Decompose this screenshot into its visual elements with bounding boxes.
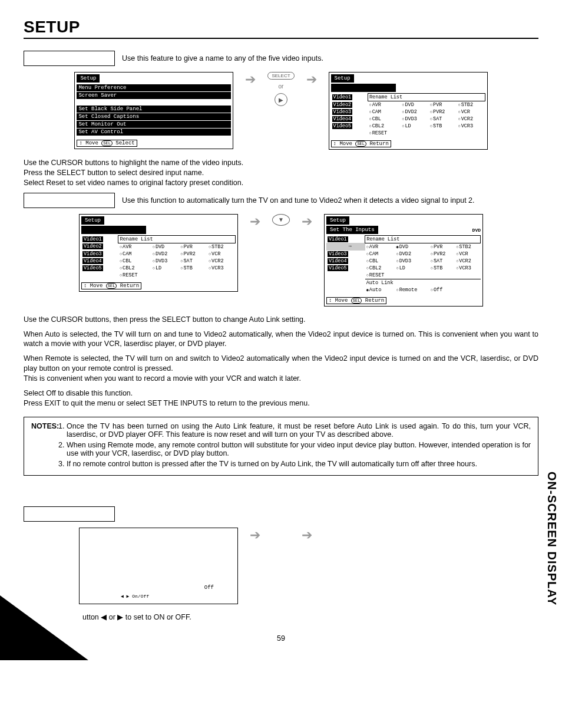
arrow-right-icon: ➔ (302, 214, 312, 229)
arrow-connector-2b: ➔ (302, 214, 312, 229)
cursor-down-hint: ▼ (272, 214, 290, 226)
arrow-connector-2: ➔ (250, 214, 260, 229)
select-or-right: SELECT or ▶ (267, 72, 294, 106)
arrow-right-icon: ➔ (250, 214, 260, 229)
feature-desc-3 (115, 506, 538, 522)
notes-label: NOTES: (31, 422, 59, 430)
paragraph-partial: utton ◀ or ▶ to set to ON or OFF. (82, 612, 538, 622)
left-right-icon: ◀ ▶ (121, 594, 129, 599)
osd-set-inputs: Setup Set The Inputs DVD Video1Rename Li… (324, 214, 483, 307)
arrow-connector-1: ➔ (245, 72, 256, 87)
feature-label-2 (24, 193, 115, 208)
paragraph: When Auto is selected, the TV will turn … (24, 330, 538, 350)
note-item: When using Remote mode, any remote contr… (67, 441, 531, 457)
note-item: Once the TV has been turned on using the… (67, 422, 531, 439)
note-item: If no remote control button is pressed a… (67, 460, 531, 468)
osd-setup-menu: Setup Menu Preference Screen Saver Set B… (74, 72, 233, 149)
page-number: 59 (24, 634, 538, 643)
paragraph: Use the CURSOR buttons, then press the S… (24, 315, 538, 325)
section-sidebar-label: ON-SCREEN DISPLAY (545, 472, 558, 605)
page-title: SETUP (24, 18, 80, 36)
notes-box: NOTES: Once the TV has been turned on us… (24, 417, 538, 476)
paragraph: Select Off to disable this function. (24, 388, 538, 398)
arrow-connector-1b: ➔ (306, 72, 317, 87)
paragraph: Use the CURSOR buttons to highlight the … (24, 158, 538, 168)
osd-onoff: Off ◀ ▶ On/Off (79, 528, 238, 604)
feature-label-3 (24, 506, 115, 522)
paragraph: When Remote is selected, the TV will tur… (24, 354, 538, 374)
arrow-connector-3: ➔ (250, 528, 260, 543)
arrow-right-icon: ➔ (306, 72, 317, 87)
corner-decoration (0, 595, 88, 660)
cursor-right-button-icon: ▶ (275, 93, 287, 106)
paragraph: Press EXIT to quit the menu or select SE… (24, 398, 538, 409)
arrow-connector-3b: ➔ (302, 528, 312, 543)
paragraph: This is convenient when you want to reco… (24, 374, 538, 384)
arrow-right-icon: ➔ (245, 72, 256, 87)
osd-rename-list: Setup Video1Rename List Video2AVRDVDPVRS… (329, 72, 488, 150)
arrow-right-icon: ➔ (302, 528, 312, 543)
paragraph: Press the SELECT button to select desire… (24, 168, 538, 178)
select-button-icon: SELECT (267, 72, 294, 80)
arrow-right-icon: ➔ (250, 528, 260, 543)
feature-desc-2: Use this function to automatically turn … (115, 193, 538, 208)
feature-label-1 (24, 51, 115, 66)
feature-desc-1: Use this feature to give a name to any o… (115, 51, 538, 66)
paragraph: Select Reset to set video names to origi… (24, 178, 538, 188)
cursor-down-button-icon: ▼ (272, 214, 290, 226)
osd-rename-list-2: Setup Video1Rename List Video2AVRDVDPVRS… (79, 214, 238, 292)
